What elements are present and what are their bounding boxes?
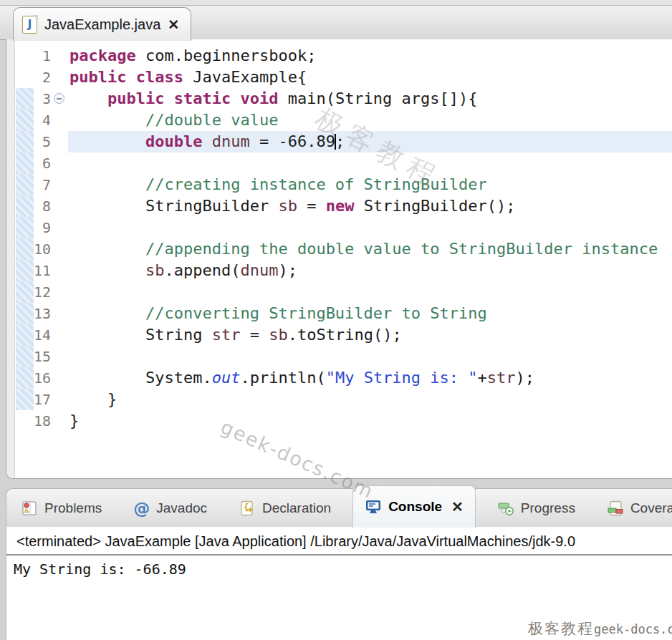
problems-icon — [21, 500, 38, 517]
close-tab-icon[interactable]: ✕ — [168, 18, 179, 31]
code-token: public static void — [107, 89, 288, 107]
line-number[interactable]: 15 — [6, 346, 51, 367]
declaration-icon: { — [239, 500, 256, 517]
code-text: public class JavaExample{ — [69, 67, 307, 88]
line-number[interactable]: 2 — [6, 67, 51, 88]
code-line[interactable]: 6 — [6, 152, 672, 174]
code-line[interactable]: 14 String str = sb.toString(); — [6, 324, 672, 346]
code-line[interactable]: 8 StringBuilder sb = new StringBuilder()… — [6, 195, 672, 217]
code-token: ); — [278, 261, 297, 279]
code-line[interactable]: 12 — [6, 281, 672, 303]
code-line[interactable]: 11 sb.append(dnum); — [6, 260, 672, 281]
tab-label: Declaration — [262, 500, 331, 516]
line-number[interactable]: 16 — [6, 367, 51, 389]
console-output[interactable]: My String is: -66.89 — [6, 556, 672, 578]
code-token: ); — [516, 369, 535, 387]
code-token: new — [326, 197, 355, 215]
code-line[interactable]: 5 double dnum = -66.89; — [6, 131, 672, 152]
code-token — [69, 111, 145, 129]
code-token — [69, 89, 107, 107]
close-console-icon[interactable]: ✕ — [451, 500, 464, 514]
code-token — [69, 240, 145, 258]
code-line[interactable]: 7 //creating instance of StringBuilder — [6, 174, 672, 195]
code-token: sb — [145, 261, 165, 279]
line-number[interactable]: 17 — [6, 389, 51, 410]
code-line[interactable]: 1package com.beginnersbook; — [6, 45, 672, 67]
code-token: .append( — [164, 261, 240, 279]
code-line[interactable]: 15 — [6, 346, 672, 367]
code-token: out — [212, 369, 241, 387]
line-number[interactable]: 12 — [6, 281, 51, 303]
code-text: //double value — [69, 110, 278, 131]
code-token: } — [69, 390, 117, 408]
code-token: + — [478, 369, 487, 387]
line-number[interactable]: 10 — [6, 238, 51, 260]
code-line[interactable]: 9 — [6, 217, 672, 238]
code-text: System.out.println("My String is: "+str)… — [69, 367, 534, 389]
fold-collapse-icon[interactable] — [54, 93, 64, 104]
line-number[interactable]: 9 — [6, 217, 51, 238]
line-number[interactable]: 3 — [6, 88, 51, 110]
tab-javadoc[interactable]: @ Javadoc — [123, 489, 217, 527]
line-number[interactable]: 8 — [6, 195, 51, 217]
line-number[interactable]: 6 — [6, 152, 51, 174]
code-token: public class — [69, 68, 193, 86]
code-token: } — [69, 412, 79, 430]
code-token — [69, 261, 145, 279]
code-line[interactable]: 2public class JavaExample{ — [6, 67, 672, 88]
code-text: //appending the double value to StringBu… — [69, 238, 658, 260]
code-token: StringBuilder(); — [354, 197, 515, 215]
code-token: dnum — [212, 132, 250, 150]
line-number[interactable]: 18 — [6, 410, 51, 432]
code-token: String — [69, 326, 212, 344]
console-process-header: <terminated> JavaExample [Java Applicati… — [6, 527, 672, 556]
code-token: .println( — [240, 369, 325, 387]
line-number[interactable]: 13 — [6, 303, 51, 324]
code-line[interactable]: 3 public static void main(String args[])… — [6, 88, 672, 110]
code-token: com.beginnersbook; — [145, 47, 316, 64]
code-line[interactable]: 4 //double value — [6, 110, 672, 131]
tab-progress[interactable]: Progress — [487, 489, 585, 527]
code-line[interactable]: 16 System.out.println("My String is: "+s… — [6, 367, 672, 389]
javadoc-at-icon: @ — [133, 499, 150, 518]
code-token: //appending the double value to StringBu… — [145, 240, 658, 258]
line-number[interactable]: 11 — [6, 260, 51, 281]
code-line[interactable]: 18} — [6, 410, 672, 432]
code-token: main(String args[]){ — [288, 89, 478, 107]
tab-coverage[interactable]: Coverage — [597, 489, 672, 527]
code-token: ; — [335, 132, 345, 150]
progress-icon — [497, 500, 514, 517]
code-token: = — [297, 197, 326, 215]
code-token — [69, 132, 145, 150]
code-token: = -66.89 — [250, 132, 335, 150]
code-token: dnum — [240, 261, 278, 279]
code-token — [69, 175, 145, 193]
line-number[interactable]: 5 — [6, 131, 51, 152]
tab-console[interactable]: Console ✕ — [352, 485, 476, 528]
code-token: //double value — [145, 111, 278, 129]
code-text: String str = sb.toString(); — [69, 324, 402, 346]
code-text: StringBuilder sb = new StringBuilder(); — [69, 195, 516, 217]
code-area[interactable]: 1package com.beginnersbook;2public class… — [6, 45, 672, 432]
line-number[interactable]: 7 — [6, 174, 51, 195]
tab-problems[interactable]: Problems — [11, 489, 112, 527]
code-line[interactable]: 10 //appending the double value to Strin… — [6, 238, 672, 260]
code-token — [69, 304, 145, 322]
code-token: StringBuilder — [69, 197, 278, 215]
code-text: sb.append(dnum); — [69, 260, 297, 281]
tab-label: Progress — [521, 500, 575, 516]
code-token: .toString(); — [288, 326, 402, 344]
line-number[interactable]: 4 — [6, 110, 51, 131]
code-token: "My String is: " — [326, 369, 478, 387]
code-line[interactable]: 17 } — [6, 389, 672, 410]
tab-declaration[interactable]: { Declaration — [229, 489, 341, 527]
code-editor[interactable]: 1package com.beginnersbook;2public class… — [6, 39, 672, 479]
line-number[interactable]: 1 — [6, 45, 51, 67]
code-line[interactable]: 13 //converting StringBuilder to String — [6, 303, 672, 324]
line-number[interactable]: 14 — [6, 324, 51, 346]
tab-label: Coverage — [630, 500, 672, 516]
code-token: sb — [269, 326, 288, 344]
tab-javaexample-java[interactable]: J JavaExample.java ✕ — [13, 7, 191, 41]
tab-label: Javadoc — [156, 500, 207, 516]
code-token: //creating instance of StringBuilder — [145, 175, 487, 193]
